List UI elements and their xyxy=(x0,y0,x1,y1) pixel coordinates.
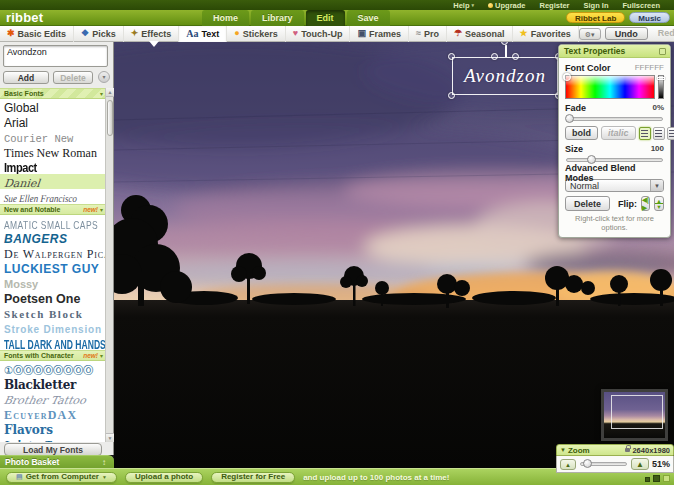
toolbar-item-basic-edits[interactable]: ✱Basic Edits xyxy=(0,26,74,42)
font-item-de-walpergen-pica[interactable]: De Walpergen Pica xyxy=(0,245,106,260)
align-right-button[interactable] xyxy=(667,127,674,140)
font-item-daniel[interactable]: Daniel xyxy=(0,174,106,189)
app-logo[interactable]: ribbet xyxy=(6,10,43,26)
font-item-poetsen-one[interactable]: Poetsen One xyxy=(0,290,106,305)
basket-size-large-button[interactable] xyxy=(663,475,670,482)
font-section-header-fonts-with-character[interactable]: Fonts with Characternew!▾ xyxy=(0,350,106,361)
font-item-lobster-two[interactable]: Lobster Two xyxy=(0,436,106,442)
delete-element-button[interactable]: Delete xyxy=(565,196,610,211)
blend-mode-select[interactable]: Normal ▼ xyxy=(565,179,664,192)
utility-sign-in[interactable]: Sign In xyxy=(583,1,608,10)
navigator-panel[interactable] xyxy=(601,389,668,441)
scroll-down-icon[interactable]: ▼ xyxy=(106,433,114,442)
scroll-up-icon[interactable]: ▲ xyxy=(106,88,114,97)
tab-library[interactable]: Library xyxy=(251,10,304,26)
fade-slider-track[interactable] xyxy=(566,117,663,121)
resize-handle-top-mid-right[interactable] xyxy=(512,53,519,60)
font-item-arial[interactable]: Arial xyxy=(0,114,106,129)
resize-handle-bottom-left[interactable] xyxy=(448,92,455,99)
font-item-luckiest-guy[interactable]: LUCKIEST GUY xyxy=(0,260,106,275)
register-for-free-button[interactable]: Register for Free xyxy=(211,472,295,483)
font-item-[interactable]: ①ⓄⓄⓄⓄⓄⓄⓄⓄ xyxy=(0,361,106,376)
color-picker-handle[interactable] xyxy=(563,73,571,81)
utility-register[interactable]: Register xyxy=(539,1,569,10)
undo-button[interactable]: Undo xyxy=(605,27,648,40)
canvas-text-element[interactable]: Avondzon xyxy=(452,57,558,95)
font-item-brother-tattoo[interactable]: Brother Tattoo xyxy=(0,391,106,406)
italic-button[interactable]: italic xyxy=(601,126,636,140)
music-button[interactable]: Music xyxy=(629,12,670,23)
tab-save[interactable]: Save xyxy=(347,10,390,26)
size-slider-handle[interactable] xyxy=(587,155,596,164)
zoom-in-button[interactable]: ▲ xyxy=(631,458,649,470)
toolbar-item-favorites[interactable]: ★Favorites xyxy=(513,26,579,42)
chevron-down-icon[interactable]: ▼ xyxy=(650,180,663,191)
basket-size-small-button[interactable] xyxy=(645,477,650,482)
basket-toggle-icon[interactable]: ↕ xyxy=(102,458,106,467)
add-text-button[interactable]: Add xyxy=(3,71,49,84)
toolbar-item-picks[interactable]: ❖Picks xyxy=(74,26,124,42)
get-from-computer-button[interactable]: ▤Get from Computer▼ xyxy=(6,472,117,483)
fonts-panel-menu-button[interactable]: ▾ xyxy=(98,71,110,83)
toolbar-item-text[interactable]: AaText xyxy=(179,26,227,42)
font-item-flavors[interactable]: Flavors xyxy=(0,421,106,436)
brightness-handle[interactable] xyxy=(657,77,665,80)
toolbar-item-pro[interactable]: ≈Pro xyxy=(409,26,447,42)
basket-size-medium-button[interactable] xyxy=(653,475,660,482)
zoom-slider[interactable] xyxy=(579,459,628,469)
toolbar-item-effects[interactable]: ✦Effects xyxy=(124,26,180,42)
font-item-stroke-dimension[interactable]: Stroke Dimension xyxy=(0,320,106,335)
delete-text-button[interactable]: Delete xyxy=(53,71,93,84)
upload-a-photo-button[interactable]: Upload a photo xyxy=(125,472,203,483)
color-gradient[interactable] xyxy=(565,75,655,99)
font-item-tall-dark-and-handsome[interactable]: TALL DARK AND HANDSOME xyxy=(0,335,106,350)
font-item-amatic-small-caps[interactable]: AMATIC SMALL CAPS xyxy=(0,215,106,230)
size-slider[interactable] xyxy=(565,155,664,165)
font-item-times-new-roman[interactable]: Times New Roman xyxy=(0,144,106,159)
flip-vertical-button[interactable]: ▲▼ xyxy=(654,196,664,211)
navigator-viewport[interactable] xyxy=(611,395,663,429)
utility-fullscreen[interactable]: Fullscreen xyxy=(622,1,660,10)
utility-upgrade[interactable]: Upgrade xyxy=(488,1,525,10)
font-item-sketch-block[interactable]: Sketch Block xyxy=(0,305,106,320)
toolbar-options-button[interactable]: ⚙▾ xyxy=(579,28,601,40)
chevron-down-icon[interactable]: ▼ xyxy=(560,447,566,453)
font-item-global[interactable]: Global xyxy=(0,99,106,114)
font-list-scrollbar[interactable]: ▲ ▼ xyxy=(105,88,113,442)
bold-button[interactable]: bold xyxy=(565,126,598,140)
font-item-courier-new[interactable]: Courier New xyxy=(0,129,106,144)
zoom-header[interactable]: ▼ Zoom 2640x1980 xyxy=(556,444,674,456)
fade-slider-handle[interactable] xyxy=(565,114,574,123)
text-properties-header[interactable]: Text Properties xyxy=(559,45,670,58)
toolbar-item-frames[interactable]: ▣Frames xyxy=(350,26,409,42)
tab-edit[interactable]: Edit xyxy=(306,10,345,26)
panel-pin-icon[interactable] xyxy=(659,48,666,55)
font-item-bangers[interactable]: BANGERS xyxy=(0,230,106,245)
toolbar-item-stickers[interactable]: ●Stickers xyxy=(227,26,285,42)
font-section-header-basic-fonts[interactable]: Basic Fonts▾ xyxy=(0,88,106,99)
font-item-ecuyerdax[interactable]: EcuyerDAX xyxy=(0,406,106,421)
scrollbar-thumb[interactable] xyxy=(107,100,113,136)
brightness-strip[interactable] xyxy=(658,75,664,99)
redo-button[interactable]: Redo xyxy=(652,27,674,40)
color-picker[interactable] xyxy=(565,75,664,99)
flip-horizontal-button[interactable]: ◀|▶ xyxy=(641,196,650,211)
resize-handle-top-left[interactable] xyxy=(448,53,455,60)
align-center-button[interactable] xyxy=(653,127,665,140)
font-item-impact[interactable]: Impact xyxy=(0,159,106,174)
size-slider-track[interactable] xyxy=(566,158,663,162)
align-left-button[interactable] xyxy=(639,127,651,140)
zoom-slider-handle[interactable] xyxy=(583,459,592,468)
photo-basket-tab[interactable]: Photo Basket ↕ xyxy=(0,455,114,468)
font-section-header-new-and-notable[interactable]: New and Notablenew!▾ xyxy=(0,204,106,215)
font-item-mossy[interactable]: Mossy xyxy=(0,275,106,290)
tab-home[interactable]: Home xyxy=(202,10,249,26)
font-item-sue-ellen-francisco[interactable]: Sue Ellen Francisco xyxy=(0,189,106,204)
toolbar-item-seasonal[interactable]: ☂Seasonal xyxy=(447,26,513,42)
zoom-out-button[interactable]: ▲ xyxy=(560,459,576,470)
text-content-input[interactable]: Avondzon xyxy=(3,45,108,67)
font-item-blackletter[interactable]: Blackletter xyxy=(0,376,106,391)
fade-slider[interactable] xyxy=(565,114,664,124)
toolbar-item-touch-up[interactable]: ♥Touch-Up xyxy=(286,26,351,42)
ribbet-lab-button[interactable]: Ribbet Lab xyxy=(566,12,625,23)
